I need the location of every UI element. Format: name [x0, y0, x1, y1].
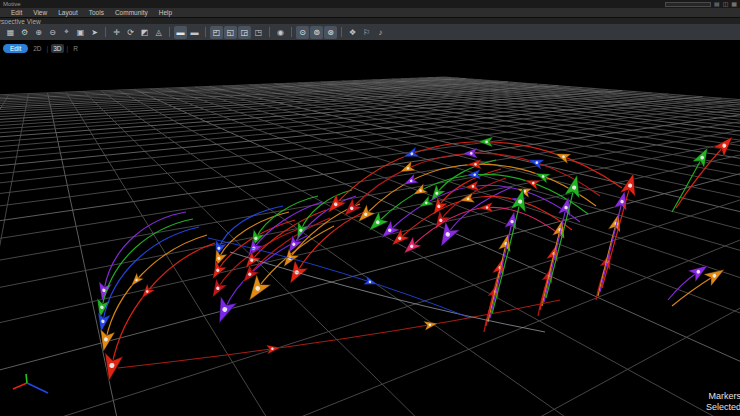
toolbar-separator [105, 27, 106, 37]
camera-view-icon[interactable]: ▣ [74, 26, 87, 39]
toolbar-separator [269, 27, 270, 37]
grid-line [0, 94, 668, 270]
3d-scene-canvas[interactable] [0, 40, 740, 416]
marker-dart[interactable] [423, 319, 438, 331]
visibility-icon[interactable]: ◉ [274, 26, 287, 39]
view-toggle-2d[interactable]: 2D [31, 44, 43, 53]
menu-bar: EditViewLayoutToolsCommunityHelp [0, 8, 740, 17]
grid-line [0, 93, 652, 261]
selected-count: Selected: 0 [706, 402, 740, 413]
window-title: Motive [3, 0, 21, 8]
trajectory[interactable] [488, 244, 506, 322]
edit-mode-button[interactable]: Edit [3, 44, 28, 53]
mode-bar: Edit 2D|3D|R [3, 44, 80, 53]
toggle-divider: | [47, 44, 49, 53]
menu-help[interactable]: Help [159, 8, 172, 17]
toolbar-separator [341, 27, 342, 37]
trajectory[interactable] [104, 212, 186, 290]
menu-tools[interactable]: Tools [89, 8, 104, 17]
markers-count: Markers: 4 [706, 391, 740, 402]
pane-split-3-icon[interactable]: ◲ [238, 26, 251, 39]
graph-icon[interactable]: ◩ [138, 26, 151, 39]
menu-view[interactable]: View [33, 8, 47, 17]
pane-split-1-icon[interactable]: ◰ [210, 26, 223, 39]
grid-line [84, 91, 740, 416]
dock-icon[interactable]: ◫ [723, 1, 729, 7]
marker-mode-b-icon[interactable]: ⊚ [310, 26, 323, 39]
grid-line [0, 94, 29, 416]
track-toggle-b-icon[interactable]: ▬ [188, 26, 201, 39]
marker-dart[interactable] [207, 279, 227, 301]
trajectory[interactable] [544, 208, 566, 302]
marker-mode-c-icon[interactable]: ⊛ [324, 26, 337, 39]
status-readout: Markers: 4 Selected: 0 [706, 391, 740, 413]
axis-triad-z-axis [27, 383, 48, 393]
trajectory[interactable] [600, 202, 622, 292]
rotate-tool-icon[interactable]: ⟳ [124, 26, 137, 39]
marker-dart[interactable] [363, 276, 379, 289]
menu-edit[interactable]: Edit [11, 8, 22, 17]
panes-icon[interactable]: ▦ [731, 1, 737, 7]
pane-split-2-icon[interactable]: ◱ [224, 26, 237, 39]
motive-window: Motive ▤ ◫ ▦ EditViewLayoutToolsCommunit… [0, 0, 740, 416]
trajectory[interactable] [546, 188, 574, 298]
viewport: Edit 2D|3D|R Markers: 4 Selected: 0 [0, 40, 740, 416]
marker-dart[interactable] [524, 176, 541, 190]
menu-layout[interactable]: Layout [58, 8, 78, 17]
toolbar-separator [291, 27, 292, 37]
toolbar: ▦⚙⊕⊖⌖▣➤✛⟳◩◬▬▬◰◱◲◳◉⊙⊚⊛❖⚐♪ [0, 24, 740, 40]
toolbar-separator [169, 27, 170, 37]
trajectory[interactable] [672, 276, 714, 306]
track-toggle-a-icon[interactable]: ▬ [174, 26, 187, 39]
trajectory[interactable] [112, 243, 215, 365]
axis-triad-x-axis [13, 383, 27, 389]
marker-dart[interactable] [211, 296, 237, 326]
titlebar-controls: ▤ ◫ ▦ [665, 1, 737, 7]
pane-title: Perspective View [0, 18, 41, 25]
flag-icon[interactable]: ⚐ [360, 26, 373, 39]
zoom-region-icon[interactable]: ⌖ [60, 26, 73, 39]
zoom-out-icon[interactable]: ⊖ [46, 26, 59, 39]
zoom-in-icon[interactable]: ⊕ [32, 26, 45, 39]
display-options-icon[interactable]: ▦ [4, 26, 17, 39]
marker-dart[interactable] [417, 196, 434, 212]
toolbar-separator [205, 27, 206, 37]
axis-triad-y-axis [26, 374, 27, 383]
trajectory[interactable] [118, 300, 560, 368]
marker-dart[interactable] [688, 260, 712, 282]
select-tool-icon[interactable]: ✛ [110, 26, 123, 39]
toggle-divider: | [67, 44, 69, 53]
view-toggles: 2D|3D|R [31, 44, 80, 53]
marker-dart[interactable] [402, 147, 420, 162]
grid-line [134, 89, 740, 416]
pane-header[interactable]: Perspective View [0, 17, 740, 24]
grid-line [0, 103, 740, 392]
marker-mode-a-icon[interactable]: ⊙ [296, 26, 309, 39]
menu-community[interactable]: Community [115, 8, 148, 17]
grid-line [370, 133, 740, 416]
view-toggle-r[interactable]: R [71, 44, 80, 53]
trajectory[interactable] [448, 187, 512, 234]
sound-icon[interactable]: ♪ [374, 26, 387, 39]
skeleton-icon[interactable]: ◬ [152, 26, 165, 39]
layout-icon[interactable]: ▤ [714, 1, 720, 7]
marker-dart[interactable] [564, 173, 584, 198]
labels-icon[interactable]: ❖ [346, 26, 359, 39]
trajectory[interactable] [492, 202, 520, 314]
view-toggle-3d[interactable]: 3D [51, 44, 63, 53]
follow-icon[interactable]: ➤ [88, 26, 101, 39]
grid-line [101, 91, 740, 416]
title-bar: Motive ▤ ◫ ▦ [0, 0, 740, 8]
settings-icon[interactable]: ⚙ [18, 26, 31, 39]
titlebar-search-input[interactable] [665, 2, 711, 7]
marker-dart[interactable] [266, 343, 281, 354]
pane-split-4-icon[interactable]: ◳ [252, 26, 265, 39]
